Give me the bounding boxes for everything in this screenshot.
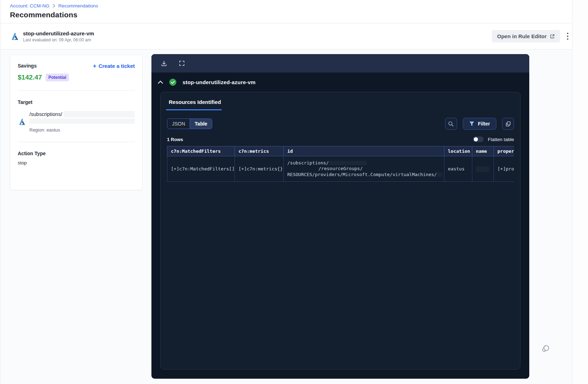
collapse-toggle[interactable] [158,81,163,84]
chevron-right-icon [53,4,55,8]
resources-tabs: Resources Identified [161,92,520,110]
redacted-subscription-id-line2 [29,118,135,124]
chevron-up-icon [158,81,163,84]
plus-icon: + [93,63,97,69]
results-panel: stop-underutilized-azure-vm Resources Id… [151,54,529,379]
col-location: location [444,146,472,156]
fullscreen-button[interactable] [179,60,185,66]
resources-table: c7n:MatchedFilters c7n:metrics id locati… [167,146,514,182]
search-button[interactable] [445,118,457,130]
create-ticket-button[interactable]: + Create a ticket [93,63,135,69]
col-properties: properties [494,146,514,156]
copy-icon [505,121,511,127]
rows-count: 1 Rows [167,137,183,142]
results-toolbar [151,54,529,72]
more-options-menu[interactable] [567,33,569,40]
recommendations-page: Account: CCM-NG Recommendations Recommen… [0,0,588,384]
target-region: Region: eastus [29,127,135,133]
cell-name [472,156,494,182]
cell-metrics-expander[interactable]: [+]c7n:metrics{} [235,156,284,182]
view-mode-json[interactable]: JSON [167,119,190,129]
rule-result-name: stop-underutilized-azure-vm [183,79,255,85]
id-line2: /resourceGroups/ [318,166,363,171]
search-icon [448,121,454,127]
col-name: name [472,146,494,156]
cell-properties-expander[interactable]: [+]properties{} [494,156,514,182]
id-line1: /subscriptions/ [287,160,329,165]
action-type-label: Action Type [18,151,135,156]
col-metrics: c7n:metrics [235,146,284,156]
download-button[interactable] [161,60,167,67]
savings-amount: $142.47 [18,74,42,81]
divider [18,91,135,91]
redacted-subscription-id [64,111,135,117]
content-area: Savings + Create a ticket $142.47 Potent… [0,50,572,384]
flatten-table-toggle[interactable] [473,136,484,142]
fullscreen-icon [179,60,185,66]
download-icon [161,60,167,67]
recommendation-header: stop-underutilized-azure-vm Last evaluat… [0,23,588,50]
resources-table-wrap: c7n:MatchedFilters c7n:metrics id locati… [167,146,514,182]
target-label: Target [18,99,135,105]
action-type-value: stop [18,160,135,165]
redacted-vm-name [437,173,443,177]
redacted-id-part [329,161,367,165]
table-meta: 1 Rows Flatten table [167,136,514,142]
filter-label: Filter [478,121,490,127]
chat-bubbles-icon [541,344,550,353]
rule-result-header: stop-underutilized-azure-vm [151,72,529,92]
right-edge-panel [572,0,588,384]
copy-button[interactable] [502,118,514,130]
table-row: [+]c7n:MatchedFilters[] [+]c7n:metrics{}… [167,156,514,182]
external-link-icon [550,34,555,39]
open-in-rule-editor-button[interactable]: Open in Rule Editor [492,30,560,42]
col-matched-filters: c7n:MatchedFilters [167,146,235,156]
savings-status-badge: Potential [46,74,69,81]
kebab-menu-icon [567,33,569,40]
recommendation-last-evaluated: Last evaluated on: 09 Apr, 06:00 am [23,37,492,42]
flatten-table-label: Flatten table [488,137,514,142]
savings-label: Savings [18,63,37,69]
breadcrumb-account-link[interactable]: Account: CCM-NG [10,3,50,8]
filter-icon [469,121,474,126]
table-controls: JSON Table Filter [167,118,514,130]
success-check-icon [169,78,177,86]
tab-resources-identified[interactable]: Resources Identified [169,99,221,109]
create-ticket-label: Create a ticket [98,63,135,69]
view-mode-toggle: JSON Table [167,118,212,129]
table-header-row: c7n:MatchedFilters c7n:metrics id locati… [167,146,514,156]
view-mode-table[interactable]: Table [190,119,212,129]
cell-location: eastus [444,156,472,182]
active-tab-indicator [166,109,222,110]
topbar: Account: CCM-NG Recommendations Recommen… [0,0,588,23]
redacted-name [476,167,489,172]
open-in-rule-editor-label: Open in Rule Editor [497,33,547,39]
chat-support-button[interactable] [541,344,550,354]
azure-logo-icon [10,32,19,41]
summary-card: Savings + Create a ticket $142.47 Potent… [10,55,143,190]
cell-id: /subscriptions/ /resourceGroups/ RESOURC… [284,156,444,182]
recommendation-name: stop-underutilized-azure-vm [23,30,492,36]
page-title: Recommendations [10,11,578,19]
recommendation-titles: stop-underutilized-azure-vm Last evaluat… [23,30,492,42]
cell-matched-filters-expander[interactable]: [+]c7n:MatchedFilters[] [167,156,235,182]
toggle-knob [474,137,478,141]
resources-card: Resources Identified JSON Table Filter [160,92,520,370]
divider [18,142,135,142]
id-line3: RESOURCES/providers/Microsoft.Compute/vi… [287,172,437,177]
col-id: id [284,146,444,156]
filter-button[interactable]: Filter [463,118,496,130]
breadcrumb-recommendations-link[interactable]: Recommendations [58,3,98,8]
azure-target-icon [18,118,26,126]
target-path: /subscriptions/ [29,111,62,117]
breadcrumb: Account: CCM-NG Recommendations [10,3,578,8]
